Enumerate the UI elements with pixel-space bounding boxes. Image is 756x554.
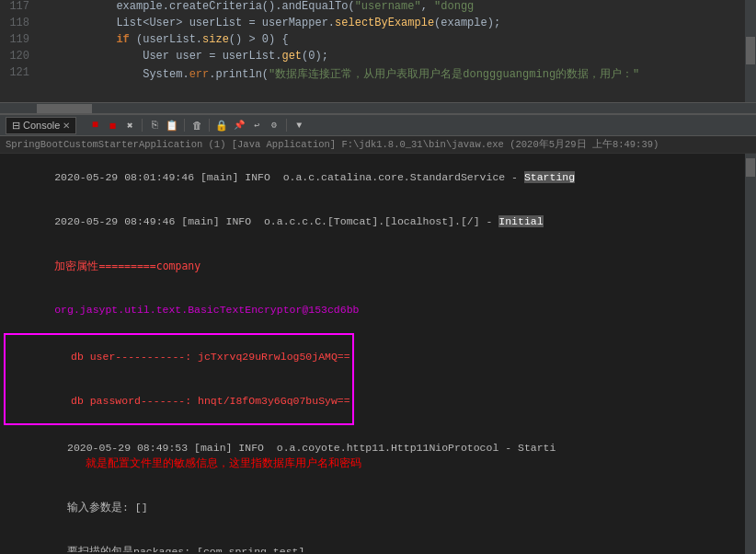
db-credentials-box: db user-----------: jcTxrvq29uRrwlog50jA… (4, 333, 354, 425)
console-panel: ⊟ Console ✕ ■ ◼ ✖ ⎘ 📋 (0, 114, 756, 554)
code-line-119: 119 if (userList.size() > 0) { (0, 33, 756, 50)
code-line-120: 120 User user = userList.get(0); (0, 50, 756, 66)
db-pass-text: db password-------: hnqt/I8fOm3y6Gq07buS… (71, 395, 350, 407)
annotation-text: 就是配置文件里的敏感信息，这里指数据库用户名和密码 (86, 456, 361, 469)
console-line: org.jasypt.util.text.BasicTextEncryptor@… (4, 288, 752, 332)
code-content: User user = userList.get(0); (37, 50, 752, 63)
log-text: 2020-05-29 08:49:46 [main] INFO o.a.c.c.… (54, 215, 498, 227)
code-content: example.createCriteria().andEqualTo("use… (37, 0, 752, 13)
scrollbar-thumb[interactable] (746, 158, 755, 177)
console-line: 加密属性=========company (4, 244, 752, 288)
remove-button[interactable]: ✖ (122, 118, 137, 133)
code-hscrollbar[interactable] (0, 103, 756, 114)
settings-button[interactable]: ⚙ (267, 118, 281, 133)
word-wrap-button[interactable]: ↩ (249, 118, 264, 133)
pin-button[interactable]: 📌 (232, 118, 246, 133)
hscroll-thumb[interactable] (37, 104, 92, 113)
annotation-container: 2020-05-29 08:49:53 [main] INFO o.a.coyo… (4, 426, 752, 552)
toolbar-separator-3 (209, 119, 210, 132)
vertical-scrollbar-console[interactable] (745, 154, 756, 554)
code-editor: 117 example.createCriteria().andEqualTo(… (0, 0, 756, 103)
stop-button[interactable]: ■ (87, 118, 102, 133)
console-toolbar: ⊟ Console ✕ ■ ◼ ✖ ⎘ 📋 (0, 114, 756, 136)
toolbar-separator-4 (286, 119, 287, 132)
vertical-scrollbar-code[interactable] (745, 0, 756, 102)
toolbar-separator-2 (184, 119, 185, 132)
code-line-121: 121 System.err.println("数据库连接正常，从用户表取用户名… (0, 66, 756, 83)
log-text: 2020-05-29 08:49:53 [main] INFO o.a.coyo… (67, 442, 556, 454)
console-line: 2020-05-29 08:49:53 [main] INFO o.a.coyo… (4, 426, 752, 486)
log-text: 要扫描的包是packages: [com.spring.test] (67, 546, 304, 552)
toolbar-separator (142, 119, 143, 132)
highlight-initial: Initial (498, 215, 543, 227)
highlight-starting: Starting (524, 171, 575, 183)
code-content: List<User> userList = userMapper.selectB… (37, 17, 752, 29)
view-menu-button[interactable]: ▼ (292, 118, 306, 133)
scrollbar-thumb[interactable] (746, 37, 755, 64)
console-content: 2020-05-29 08:01:49:46 [main] INFO o.a.c… (0, 156, 756, 552)
paste-button[interactable]: 📋 (165, 118, 179, 133)
log-text: 2020-05-29 08:01:49:46 [main] INFO o.a.c… (54, 171, 524, 183)
copy-button[interactable]: ⎘ (147, 118, 162, 133)
console-tab-label: Console (23, 120, 60, 131)
code-line-117: 117 example.createCriteria().andEqualTo(… (0, 0, 756, 17)
code-content: System.err.println("数据库连接正常，从用户表取用户名是don… (37, 66, 752, 82)
db-user-text: db user-----------: jcTxrvq29uRrwlog50jA… (71, 351, 350, 363)
console-line: 输入参数是: [] (4, 486, 752, 530)
code-content: if (userList.size() > 0) { (37, 33, 752, 46)
console-tab[interactable]: ⊟ Console ✕ (6, 117, 76, 134)
clear-button[interactable]: 🗑 (189, 118, 204, 133)
console-line-db-user: db user-----------: jcTxrvq29uRrwlog50jA… (7, 335, 350, 379)
log-text: 输入参数是: [] (67, 502, 148, 514)
app-info-bar: SpringBootCustomStarterApplication (1) [… (0, 136, 756, 154)
console-line: 要扫描的包是packages: [com.spring.test] (4, 530, 752, 552)
console-line: 2020-05-29 08:01:49:46 [main] INFO o.a.c… (4, 156, 752, 200)
app-info-text: SpringBootCustomStarterApplication (1) [… (6, 139, 659, 150)
console-icon: ⊟ (12, 120, 20, 132)
log-text: org.jasypt.util.text.BasicTextEncryptor@… (54, 304, 359, 316)
line-number: 118 (4, 17, 37, 29)
console-output[interactable]: 2020-05-29 08:01:49:46 [main] INFO o.a.c… (0, 154, 756, 554)
toolbar-icons: ■ ◼ ✖ ⎘ 📋 🗑 (87, 118, 306, 133)
line-number: 119 (4, 33, 37, 46)
line-number: 117 (4, 0, 37, 13)
line-number: 121 (4, 66, 37, 79)
code-line-118: 118 List<User> userList = userMapper.sel… (0, 17, 756, 33)
console-line: 2020-05-29 08:49:46 [main] INFO o.a.c.c.… (4, 200, 752, 244)
console-line-db-pass: db password-------: hnqt/I8fOm3y6Gq07buS… (7, 379, 350, 423)
terminate-button[interactable]: ◼ (105, 118, 120, 133)
tab-close-x[interactable]: ✕ (63, 121, 70, 131)
scroll-lock-button[interactable]: 🔒 (214, 118, 229, 133)
log-text: 加密属性=========company (54, 260, 200, 272)
line-number: 120 (4, 50, 37, 63)
